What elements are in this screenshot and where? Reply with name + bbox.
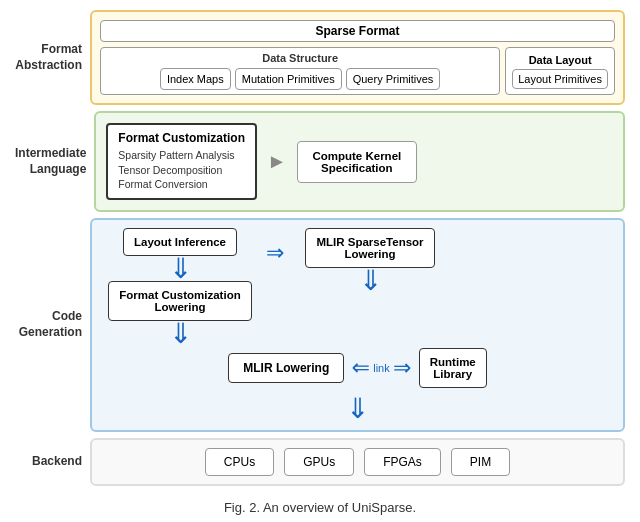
fc-item-1: Sparsity Pattern Analysis: [118, 148, 245, 163]
mutation-primitives-box: Mutation Primitives: [235, 68, 342, 90]
format-abstraction-content: Sparse Format Data Structure Index Maps …: [90, 10, 625, 105]
compute-kernel-box: Compute Kernel Specification: [297, 141, 417, 183]
format-customization-title: Format Customization: [118, 131, 245, 145]
sparse-format-box: Sparse Format: [100, 20, 615, 42]
intermediate-language-content: Format Customization Sparsity Pattern An…: [94, 111, 625, 212]
down-arrow-3-icon: ⇓: [359, 268, 382, 293]
mlir-sparsetensor-box: MLIR SparseTensor Lowering: [305, 228, 434, 268]
mlir-lowering-box: MLIR Lowering: [228, 353, 344, 383]
backend-cpus-box: CPUs: [205, 448, 274, 476]
down-arrow-1-icon: ⇓: [169, 256, 192, 281]
primitives-row: Index Maps Mutation Primitives Query Pri…: [160, 68, 440, 90]
right-arrow-1-icon: ⇒: [266, 240, 284, 266]
fc-item-2: Tensor Decomposition: [118, 163, 245, 178]
caption: Fig. 2. An overview of UniSparse.: [15, 500, 625, 515]
layout-inference-box: Layout Inference: [123, 228, 237, 256]
down-arrow-2-icon: ⇓: [169, 321, 192, 346]
runtime-library-box: Runtime Library: [419, 348, 487, 388]
query-primitives-box: Query Primitives: [346, 68, 441, 90]
format-abstraction-label: Format Abstraction: [15, 10, 90, 105]
index-maps-box: Index Maps: [160, 68, 231, 90]
intermediate-language-label: Intermediate Language: [15, 111, 94, 212]
backend-pim-box: PIM: [451, 448, 510, 476]
backend-label: Backend: [15, 438, 90, 486]
code-generation-content: Layout Inference ⇓ Format Customization …: [90, 218, 625, 432]
link-arrow-right-icon: ⇒: [393, 355, 411, 381]
right-arrow-icon: ►: [267, 150, 287, 173]
link-label: link: [373, 362, 390, 374]
intermediate-language-section: Intermediate Language Format Customizati…: [15, 111, 625, 212]
backend-gpus-box: GPUs: [284, 448, 354, 476]
format-customization-lowering-box: Format Customization Lowering: [108, 281, 251, 321]
data-structure-group: Data Structure Index Maps Mutation Primi…: [100, 47, 500, 95]
data-structure-label: Data Structure: [262, 52, 338, 64]
format-customization-box: Format Customization Sparsity Pattern An…: [106, 123, 257, 200]
code-generation-label: Code Generation: [15, 218, 90, 432]
link-arrow-left-icon: ⇒: [352, 355, 370, 381]
down-arrow-4-icon: ⇓: [100, 396, 615, 421]
backend-fpgas-box: FPGAs: [364, 448, 441, 476]
format-customization-items: Sparsity Pattern Analysis Tensor Decompo…: [118, 148, 245, 192]
layout-primitives-box: Layout Primitives: [512, 69, 608, 89]
backend-content: CPUs GPUs FPGAs PIM: [90, 438, 625, 486]
data-row: Data Structure Index Maps Mutation Primi…: [100, 47, 615, 95]
fc-item-3: Format Conversion: [118, 177, 245, 192]
data-layout-group: Data Layout Layout Primitives: [505, 47, 615, 95]
format-abstraction-section: Format Abstraction Sparse Format Data St…: [15, 10, 625, 105]
backend-section: Backend CPUs GPUs FPGAs PIM: [15, 438, 625, 486]
diagram-container: Format Abstraction Sparse Format Data St…: [15, 10, 625, 515]
data-layout-label: Data Layout: [529, 54, 592, 66]
code-generation-section: Code Generation Layout Inference ⇓ Forma…: [15, 218, 625, 432]
